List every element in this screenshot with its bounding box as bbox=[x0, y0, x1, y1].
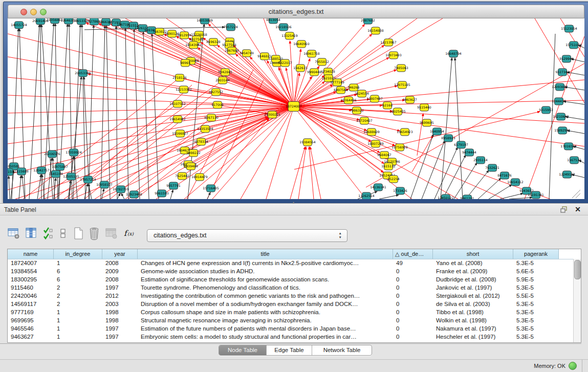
graph-node[interactable]: 8454749 bbox=[239, 50, 254, 57]
graph-node[interactable]: 14055724 bbox=[11, 21, 27, 29]
graph-node[interactable]: 16154838 bbox=[367, 27, 384, 34]
graph-node[interactable]: 9227343 bbox=[555, 69, 570, 76]
table-selector-dropdown[interactable]: citations_edges.txt ▲▼ bbox=[147, 229, 347, 242]
graph-node[interactable]: 20691406 bbox=[32, 18, 49, 25]
graph-node[interactable]: 9474444 bbox=[462, 149, 476, 156]
graph-node[interactable]: 16648794 bbox=[445, 50, 462, 57]
column-header-year[interactable]: year bbox=[102, 249, 138, 259]
graph-node[interactable]: 18724007 bbox=[286, 102, 302, 112]
graph-node[interactable]: 12093872 bbox=[552, 83, 568, 91]
graph-node[interactable]: 16914479 bbox=[191, 173, 208, 181]
graph-node[interactable]: 2935114 bbox=[473, 157, 488, 164]
window-titlebar[interactable]: citations_edges.txt bbox=[8, 5, 584, 18]
tab-edge-table[interactable]: Edge Table bbox=[267, 345, 312, 355]
table-row[interactable]: 1456911722003Disruption of a novel membe… bbox=[8, 300, 581, 309]
table-row[interactable]: 1938455462009Genome-wide association stu… bbox=[8, 268, 581, 276]
graph-node[interactable]: 12975185 bbox=[394, 81, 410, 89]
new-document-icon[interactable] bbox=[73, 227, 84, 242]
graph-node[interactable]: 7485063 bbox=[394, 64, 408, 72]
graph-node[interactable]: 15716485 bbox=[203, 185, 219, 192]
scrollbar-thumb[interactable] bbox=[574, 260, 581, 279]
graph-node[interactable]: 17957254 bbox=[80, 176, 96, 183]
graph-node[interactable]: 7857224 bbox=[224, 24, 238, 31]
graph-node[interactable]: 8196328 bbox=[206, 38, 221, 46]
graph-node[interactable]: 8471676 bbox=[497, 172, 512, 179]
column-header-title[interactable]: title bbox=[138, 249, 393, 259]
graph-node[interactable]: 9215953 bbox=[539, 106, 553, 114]
graph-node[interactable]: 1640954 bbox=[430, 128, 444, 135]
graph-node[interactable]: 12213967 bbox=[380, 39, 397, 46]
graph-node[interactable]: 1167532 bbox=[567, 157, 581, 164]
graph-node[interactable]: 9861593 bbox=[155, 190, 169, 197]
vertical-scrollbar[interactable] bbox=[573, 259, 581, 342]
graph-node[interactable]: 2803144 bbox=[215, 77, 230, 84]
table-row[interactable]: 911546021997Tourette syndrome. Phenomeno… bbox=[8, 284, 581, 292]
table-row[interactable]: 969969511998Structural magnetic resonanc… bbox=[8, 317, 581, 325]
graph-node[interactable]: 19384554 bbox=[299, 139, 316, 146]
graph-node[interactable]: 9463627 bbox=[403, 96, 417, 103]
network-canvas[interactable]: 1405572420691406183568631264637010653325… bbox=[8, 18, 584, 199]
table-row[interactable]: 1872400712008Changes of HCN gene express… bbox=[8, 259, 581, 268]
graph-node[interactable]: 7632621 bbox=[485, 164, 499, 171]
tab-network-table[interactable]: Network Table bbox=[312, 345, 372, 355]
table-row[interactable]: 946554611997Estimation of the future num… bbox=[8, 325, 581, 333]
graph-node[interactable]: 16210643 bbox=[553, 113, 569, 120]
select-columns-icon[interactable] bbox=[43, 227, 54, 242]
graph-node[interactable]: 15751074 bbox=[565, 41, 582, 49]
graph-node[interactable]: 9857791 bbox=[166, 182, 181, 189]
graph-node[interactable]: 6497568 bbox=[334, 86, 348, 94]
graph-node[interactable]: 8427552 bbox=[209, 89, 223, 96]
rows-icon[interactable] bbox=[59, 227, 67, 242]
column-header-in_degree[interactable]: in_degree bbox=[54, 249, 102, 259]
graph-node[interactable]: 98965 bbox=[180, 59, 190, 67]
graph-node[interactable]: 16107552 bbox=[169, 100, 186, 107]
graph-node[interactable]: 15720407 bbox=[356, 117, 373, 124]
graph-node[interactable]: 9115460 bbox=[417, 104, 431, 111]
graph-node[interactable]: 8813054 bbox=[266, 18, 280, 24]
graph-node[interactable]: 1244415 bbox=[552, 98, 566, 105]
graph-node[interactable]: 10025435 bbox=[389, 108, 406, 115]
column-header-short[interactable]: short bbox=[433, 249, 513, 259]
graph-node[interactable]: 16961758 bbox=[303, 50, 320, 57]
table-row[interactable]: 946362711997Embryonic stem cells: a mode… bbox=[8, 333, 581, 341]
graph-node[interactable]: 12249122 bbox=[559, 171, 575, 178]
graph-node[interactable]: 16640910 bbox=[293, 40, 310, 48]
graph-node[interactable]: 917008 bbox=[211, 101, 224, 108]
graph-node[interactable]: 14136141 bbox=[370, 184, 386, 191]
graph-node[interactable]: 19218506 bbox=[275, 24, 292, 31]
delete-icon[interactable] bbox=[88, 227, 100, 242]
graph-node[interactable]: 2718126 bbox=[172, 74, 187, 81]
function-icon[interactable]: f(x) bbox=[123, 227, 136, 242]
table-row[interactable]: 977716911998Corpus callosum shape and si… bbox=[8, 309, 581, 317]
graph-node[interactable]: 252254 bbox=[387, 176, 400, 183]
graph-node[interactable]: 10975887 bbox=[52, 163, 68, 170]
table-row[interactable]: 1830029562008Estimation of significance … bbox=[8, 276, 581, 284]
graph-node[interactable]: 7986322 bbox=[350, 107, 364, 114]
graph-node[interactable]: 16053809 bbox=[197, 18, 213, 24]
graph-node[interactable]: 10973493 bbox=[385, 52, 402, 59]
graph-node[interactable]: 13325419 bbox=[281, 32, 298, 39]
column-header-pagerank[interactable]: pagerank bbox=[513, 249, 559, 259]
graph-node[interactable]: 746266 bbox=[347, 84, 360, 91]
graph-node[interactable]: 7955812 bbox=[315, 58, 329, 65]
graph-node[interactable]: 19166827 bbox=[172, 130, 188, 137]
graph-node[interactable]: 9990448 bbox=[307, 69, 321, 76]
column-header-out_de[interactable]: △ out_de… bbox=[393, 249, 433, 259]
graph-node[interactable]: 19654982 bbox=[169, 116, 186, 123]
close-panel-icon[interactable]: ✕ bbox=[575, 205, 581, 213]
tab-node-table[interactable]: Node Table bbox=[219, 345, 267, 355]
table-row[interactable]: 2242004622012Investigating the contribut… bbox=[8, 292, 581, 300]
graph-node[interactable]: 12505135 bbox=[63, 173, 79, 180]
column-header-name[interactable]: name bbox=[8, 249, 54, 259]
graph-node[interactable]: 17016504 bbox=[560, 143, 577, 150]
graph-node[interactable]: 6734028 bbox=[321, 68, 335, 75]
graph-node[interactable]: 1562615 bbox=[293, 64, 308, 72]
graph-node[interactable]: 17359924 bbox=[66, 149, 82, 156]
graph-node[interactable]: 19654923 bbox=[397, 128, 413, 136]
graph-node[interactable]: 1733426 bbox=[393, 187, 407, 194]
graph-node[interactable]: 8958923 bbox=[441, 135, 455, 142]
graph-node[interactable]: 39159 bbox=[8, 168, 14, 176]
table-column-icon[interactable] bbox=[25, 227, 38, 242]
graph-node[interactable]: 8878334 bbox=[194, 138, 208, 145]
graph-node[interactable]: 9129946 bbox=[559, 55, 574, 62]
